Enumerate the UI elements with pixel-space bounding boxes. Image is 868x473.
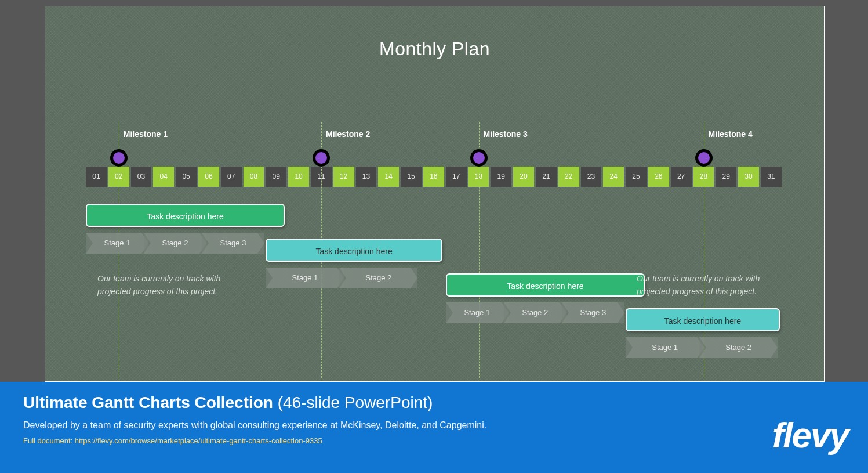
day-cell: 31 [761,167,782,187]
day-cell: 08 [244,167,264,187]
product-subtitle: Developed by a team of security experts … [23,420,851,431]
day-cell: 29 [716,167,736,187]
task-bar: Task description here [266,239,442,262]
milestone-label: Milestone 2 [326,129,370,139]
milestone-marker [470,149,488,167]
day-cell: 15 [401,167,422,187]
progress-note: Our team is currently on track with proj… [637,272,787,298]
day-cell: 01 [86,167,107,187]
stage-chevron: Stage 2 [339,268,417,288]
footer-banner: Ultimate Gantt Charts Collection (46-sli… [0,382,868,473]
day-cell: 07 [221,167,242,187]
product-title: Ultimate Gantt Charts Collection (46-sli… [23,393,851,412]
day-cell: 23 [581,167,602,187]
day-cell: 25 [626,167,647,187]
milestone-marker [695,149,713,167]
day-cell: 05 [176,167,197,187]
milestone-label: Milestone 1 [124,129,168,139]
stage-row: Stage 1Stage 2 [626,337,773,358]
stage-row: Stage 1Stage 2 [266,268,413,288]
day-cell: 26 [648,167,669,187]
day-cell: 17 [446,167,467,187]
product-link[interactable]: Full document: https://flevy.com/browse/… [23,436,851,445]
task-bar: Task description here [626,308,780,331]
milestone-label: Milestone 3 [484,129,528,139]
stage-row: Stage 1Stage 2Stage 3 [446,302,620,323]
brand-logo: flevy [772,414,848,456]
stage-chevron: Stage 1 [446,302,509,323]
day-cell: 06 [198,167,219,187]
stage-chevron: Stage 3 [202,233,264,254]
stage-chevron: Stage 2 [504,302,566,323]
day-cell: 16 [423,167,444,187]
day-cell: 03 [131,167,152,187]
task-bar: Task description here [446,273,645,297]
day-cell: 09 [266,167,286,187]
day-cell: 14 [378,167,399,187]
milestone-marker [313,149,330,167]
day-row: 0102030405060708091011121314151617181920… [86,167,782,187]
slide-title: Monthly Plan [45,6,824,60]
task-bar: Task description here [86,204,285,227]
milestone-marker [110,149,128,167]
day-cell: 21 [536,167,557,187]
product-title-rest: (46-slide PowerPoint) [273,393,433,411]
stage-chevron: Stage 2 [144,233,206,254]
day-cell: 30 [738,167,759,187]
day-cell: 10 [288,167,309,187]
day-cell: 19 [491,167,511,187]
stage-chevron: Stage 2 [699,337,778,358]
day-cell: 04 [153,167,174,187]
day-cell: 27 [671,167,692,187]
stage-row: Stage 1Stage 2Stage 3 [86,233,260,254]
day-cell: 20 [513,167,534,187]
day-cell: 12 [333,167,354,187]
stage-chevron: Stage 1 [266,268,344,288]
product-title-bold: Ultimate Gantt Charts Collection [23,393,273,411]
slide: Monthly Plan 010203040506070809101112131… [45,6,825,382]
progress-note: Our team is currently on track with proj… [97,272,248,298]
day-cell: 13 [356,167,377,187]
stage-chevron: Stage 3 [562,302,624,323]
milestone-label: Milestone 4 [709,129,753,139]
day-cell: 22 [558,167,579,187]
day-cell: 24 [603,167,624,187]
stage-chevron: Stage 1 [626,337,704,358]
stage-chevron: Stage 1 [86,233,148,254]
